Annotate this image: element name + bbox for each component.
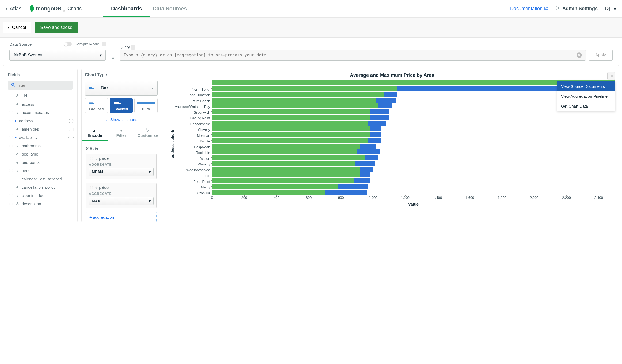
tab-dashboards[interactable]: Dashboards [111,0,142,17]
aggregate-select-1[interactable]: MEAN▾ [89,168,154,176]
drag-handle-icon[interactable]: ⋮⋮ [8,136,13,139]
field-access[interactable]: ⋮⋮Aaccess [8,100,75,108]
y-tick-label: North Bondi [175,87,212,93]
info-icon[interactable]: i [131,45,135,50]
encoding-card-1[interactable]: ⋮⋮#price AGGREGATE MEAN▾ [86,154,157,179]
chevron-down-icon: ⌄ [105,118,108,122]
y-tick-label: Beaconsfield [175,121,212,127]
mongodb-leaf-icon [29,4,34,13]
calendar-type-icon [15,177,20,181]
chart-menu-dropdown: View Source Documents View Aggregation P… [557,81,615,111]
drag-handle-icon[interactable]: ⋮⋮ [8,119,13,123]
x-axis-title: Value [212,202,615,206]
field-bedrooms[interactable]: ⋮⋮#bedrooms [8,158,75,166]
tab-customize[interactable]: Customize [134,126,161,141]
bar-row[interactable] [212,80,615,85]
field-amenities[interactable]: ⋮⋮Aamenities[ ] [8,125,75,133]
field-bathrooms[interactable]: ⋮⋮#bathrooms [8,142,75,150]
bar-row[interactable] [212,144,615,149]
documentation-link[interactable]: Documentation [510,6,548,12]
field-beds[interactable]: ⋮⋮#beds [8,166,75,175]
bar-row[interactable] [212,115,615,120]
bar-row[interactable] [212,149,615,154]
field-accommodates[interactable]: ⋮⋮#accommodates [8,108,75,117]
drag-handle-icon[interactable]: ⋮⋮ [8,161,13,164]
expand-icon[interactable]: » [110,55,116,61]
save-and-close-button[interactable]: Save and Close [35,22,78,33]
aggregate-select-2[interactable]: MAX▾ [89,197,154,205]
tab-filter[interactable]: ▼Filter [108,126,135,141]
chart-menu-button[interactable]: ⋯ [607,72,615,80]
sample-mode-label: Sample Mode [74,42,99,46]
bar-row[interactable] [212,109,615,114]
apply-button[interactable]: Apply [589,50,613,61]
bar-row[interactable] [212,155,615,160]
bar-row[interactable] [212,138,615,143]
field-description[interactable]: ⋮⋮Adescription [8,200,75,208]
drag-handle-icon[interactable]: ⋮⋮ [89,186,94,189]
menu-get-chart-data[interactable]: Get Chart Data [557,101,615,111]
atlas-back-link[interactable]: ‹ Atlas [6,6,21,12]
drag-handle-icon[interactable]: ⋮⋮ [8,185,13,189]
drag-handle-icon[interactable]: ⋮⋮ [8,94,13,98]
drag-handle-icon[interactable]: ⋮⋮ [8,194,13,197]
add-aggregation-button[interactable]: + aggregation [86,212,157,222]
admin-settings-link[interactable]: Admin Settings [555,6,598,12]
bar-row[interactable] [212,103,615,108]
drag-handle-icon[interactable]: ⋮⋮ [8,169,13,172]
drag-handle-icon[interactable]: ⋮⋮ [8,127,13,131]
field-cancellation_policy[interactable]: ⋮⋮Acancellation_policy [8,183,75,191]
fields-panel: Fields ⋮⋮A_id⋮⋮Aaccess⋮⋮#accommodates⋮⋮▸… [3,69,78,222]
number-type-icon: # [95,156,97,161]
tab-encode[interactable]: Encode [82,126,108,141]
x-tick-label: 0 [211,196,213,200]
menu-view-aggregation-pipeline[interactable]: View Aggregation Pipeline [557,91,615,101]
number-type-icon: # [15,193,20,198]
subtype-grouped[interactable]: Grouped [85,98,108,113]
field-cleaning_fee[interactable]: ⋮⋮#cleaning_fee [8,191,75,200]
fields-filter[interactable] [8,81,73,90]
drag-handle-icon[interactable]: ⋮⋮ [8,103,13,106]
bar-row[interactable] [212,126,615,131]
tab-data-sources[interactable]: Data Sources [153,0,187,17]
caret-down-icon: ▾ [152,86,154,90]
drag-handle-icon[interactable]: ⋮⋮ [8,177,13,181]
info-icon[interactable]: i [102,42,106,46]
encoding-card-2[interactable]: ⋮⋮#price AGGREGATE MAX▾ [86,183,157,208]
y-tick-label: Bronte [175,138,212,144]
field-calendar_last_scraped[interactable]: ⋮⋮calendar_last_scraped [8,175,75,183]
chart-type-select[interactable]: Bar ▾ [85,81,158,96]
user-menu[interactable]: Dj ▾ [605,6,616,12]
bar-row[interactable] [212,184,615,189]
bar-row[interactable] [212,121,615,126]
bar-row[interactable] [212,178,615,183]
subtype-stacked[interactable]: Stacked [110,98,133,113]
bar-row[interactable] [212,92,615,97]
field-_id[interactable]: ⋮⋮A_id [8,92,75,100]
clear-query-icon[interactable]: ✕ [577,52,582,58]
bar-row[interactable] [212,161,615,166]
field-bed_type[interactable]: ⋮⋮Abed_type [8,150,75,158]
field-address[interactable]: ⋮⋮▸address{ } [8,117,75,125]
bar-row[interactable] [212,172,615,177]
show-all-charts-link[interactable]: ⌄ Show all charts [85,116,158,126]
drag-handle-icon[interactable]: ⋮⋮ [8,144,13,147]
drag-handle-icon[interactable]: ⋮⋮ [8,111,13,114]
data-source-select[interactable]: AirBnB Sydney ▾ [9,50,106,61]
fields-filter-input[interactable] [18,83,69,88]
bar-row[interactable] [212,86,615,91]
query-input[interactable] [124,53,577,58]
menu-view-source-documents[interactable]: View Source Documents [557,81,615,91]
bar-row[interactable] [212,98,615,103]
drag-handle-icon[interactable]: ⋮⋮ [8,202,13,206]
bar-row[interactable] [212,167,615,172]
cancel-button[interactable]: ‹ Cancel [3,22,31,33]
field-availability[interactable]: ⋮⋮▸availability{ } [8,133,75,142]
drag-handle-icon[interactable]: ⋮⋮ [8,152,13,156]
subtype-100pct[interactable]: 100% [134,98,158,113]
drag-handle-icon[interactable]: ⋮⋮ [89,157,94,160]
bar-row[interactable] [212,190,615,195]
sample-mode-toggle[interactable] [64,42,72,46]
bar-row[interactable] [212,132,615,137]
y-tick-label: Clovelly [175,127,212,133]
